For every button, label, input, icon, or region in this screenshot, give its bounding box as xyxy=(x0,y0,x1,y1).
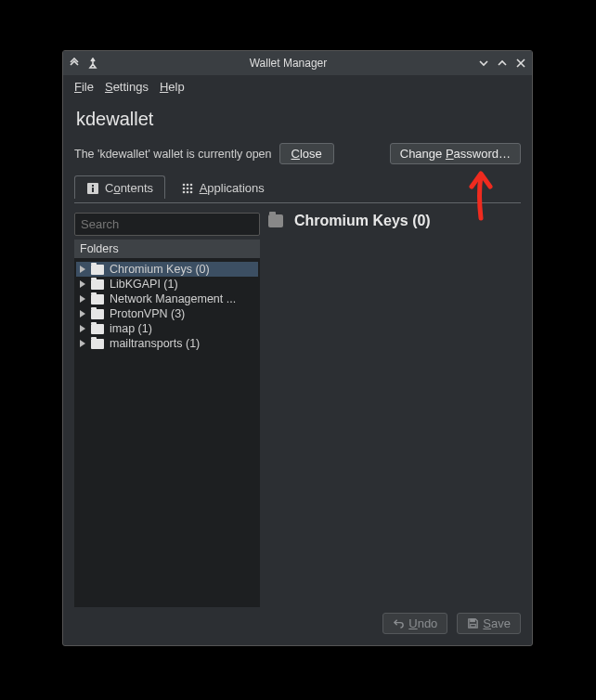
folder-label: imap (1) xyxy=(110,322,152,335)
folder-item[interactable]: Network Management ... xyxy=(76,292,258,306)
svg-marker-16 xyxy=(80,295,85,303)
svg-rect-20 xyxy=(471,619,475,622)
tab-applications[interactable]: Applications xyxy=(169,175,277,199)
close-icon[interactable] xyxy=(515,58,526,69)
tabs: Contents Applications xyxy=(74,175,521,203)
folder-label: mailtransports (1) xyxy=(110,337,200,350)
tab-contents[interactable]: Contents xyxy=(74,175,165,199)
folder-icon xyxy=(91,339,104,349)
folder-icon xyxy=(91,309,104,319)
window-title: Wallet Manager xyxy=(98,57,478,70)
svg-marker-14 xyxy=(80,266,85,273)
menu-settings[interactable]: Settings xyxy=(105,80,149,94)
save-button: Save xyxy=(457,613,521,634)
folder-label: Chromium Keys (0) xyxy=(110,263,210,276)
svg-marker-17 xyxy=(80,310,85,318)
undo-button: Undo xyxy=(382,613,447,634)
svg-point-8 xyxy=(182,187,185,189)
svg-point-10 xyxy=(189,187,192,189)
change-password-button[interactable]: Change Password… xyxy=(390,143,521,164)
svg-point-6 xyxy=(186,183,188,186)
folders-tree: Chromium Keys (0)LibKGAPI (1)Network Man… xyxy=(74,258,260,607)
folder-large-icon xyxy=(268,214,283,227)
expand-arrow-icon[interactable] xyxy=(78,266,87,273)
folder-label: ProtonVPN (3) xyxy=(110,307,185,320)
folder-item[interactable]: Chromium Keys (0) xyxy=(76,262,258,277)
folder-icon xyxy=(91,265,104,275)
expand-arrow-icon[interactable] xyxy=(78,310,87,318)
wallet-name: kdewallet xyxy=(76,109,521,130)
folder-item[interactable]: LibKGAPI (1) xyxy=(76,277,258,292)
right-panel: Chromium Keys (0) xyxy=(261,213,521,607)
titlebar: Wallet Manager xyxy=(63,51,532,75)
folder-item[interactable]: imap (1) xyxy=(76,321,258,336)
svg-marker-18 xyxy=(80,325,85,332)
svg-rect-4 xyxy=(92,188,94,192)
folders-header: Folders xyxy=(74,240,260,258)
folder-label: LibKGAPI (1) xyxy=(110,278,178,291)
folder-icon xyxy=(91,324,104,334)
left-panel: Folders Chromium Keys (0)LibKGAPI (1)Net… xyxy=(74,213,260,607)
shade-icon[interactable] xyxy=(69,58,80,69)
wallet-manager-window: Wallet Manager File Settings Help kdewal… xyxy=(62,50,533,646)
selected-folder-heading: Chromium Keys (0) xyxy=(294,213,431,229)
footer: Undo Save xyxy=(74,613,521,634)
menu-help[interactable]: Help xyxy=(160,80,185,94)
folder-item[interactable]: mailtransports (1) xyxy=(76,336,258,351)
expand-arrow-icon[interactable] xyxy=(78,295,87,303)
svg-point-12 xyxy=(186,190,188,193)
svg-point-9 xyxy=(186,187,188,189)
svg-rect-3 xyxy=(92,185,94,187)
pin-icon[interactable] xyxy=(87,58,98,69)
folder-label: Network Management ... xyxy=(110,292,236,305)
search-input[interactable] xyxy=(74,213,260,236)
close-wallet-button[interactable]: Close xyxy=(279,143,334,164)
expand-arrow-icon[interactable] xyxy=(78,280,87,288)
svg-point-7 xyxy=(189,183,192,186)
svg-point-11 xyxy=(182,190,185,193)
svg-marker-15 xyxy=(80,280,85,288)
contents-icon xyxy=(86,182,99,195)
svg-marker-19 xyxy=(80,340,85,347)
folder-icon xyxy=(91,294,104,305)
applications-icon xyxy=(181,182,194,195)
svg-point-13 xyxy=(189,190,192,193)
folder-icon xyxy=(91,279,104,290)
maximize-icon[interactable] xyxy=(497,58,508,69)
folder-item[interactable]: ProtonVPN (3) xyxy=(76,306,258,321)
menu-file[interactable]: File xyxy=(74,80,94,94)
minimize-icon[interactable] xyxy=(478,58,489,69)
svg-rect-21 xyxy=(471,624,476,627)
menubar: File Settings Help xyxy=(63,75,532,97)
wallet-status-text: The 'kdewallet' wallet is currently open xyxy=(74,148,272,161)
expand-arrow-icon[interactable] xyxy=(78,325,87,332)
svg-point-5 xyxy=(182,183,185,186)
expand-arrow-icon[interactable] xyxy=(78,340,87,347)
